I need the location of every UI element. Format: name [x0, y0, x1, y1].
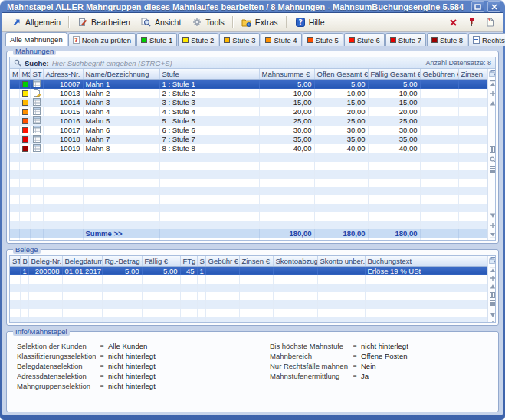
column-header[interactable]: Name/Bezeichnung	[83, 69, 159, 79]
bottom-icon[interactable]	[489, 231, 495, 239]
plus-icon[interactable]	[489, 90, 495, 97]
column-header[interactable]: Gebühren €	[420, 69, 458, 79]
info-right-column: Bis höchste Mahnstufe=nicht hinterlegtMa…	[270, 341, 408, 391]
column-header[interactable]: Zinsen	[458, 69, 487, 79]
tab-stufe-3[interactable]: Stufe 3	[219, 33, 260, 46]
info-row: Nur Rechtsfälle mahnen=Nein	[270, 361, 408, 371]
column-header[interactable]: Zinsen €	[239, 256, 273, 266]
maximize-button[interactable]	[471, 1, 484, 12]
name-cell: Mahn 6	[83, 126, 159, 135]
info-row: Klassifizierungsselektion=nicht hinterle…	[17, 351, 270, 361]
tab-stufe-7[interactable]: Stufe 7	[385, 33, 426, 46]
copy-icon[interactable]	[489, 257, 495, 264]
column-header[interactable]: Gebühr €	[205, 256, 239, 266]
column-header[interactable]: Rg.-Betrag €	[102, 256, 142, 266]
mahnung-row[interactable]: 10018Mahn 77 : Stufe 735,0035,0035,00	[10, 135, 487, 144]
column-header[interactable]: Offen Gesamt €	[314, 69, 368, 79]
menu-item-allgemein[interactable]: Allgemein	[7, 15, 65, 30]
menu-item-bearbeiten[interactable]: Bearbeiten	[73, 15, 135, 30]
empty-row	[10, 221, 487, 229]
tab-alle-mahnungen[interactable]: Alle Mahnungen	[5, 32, 67, 46]
mahnung-row[interactable]: 10015Mahn 44 : Stufe 420,0020,0020,00	[10, 107, 487, 116]
mahnung-row[interactable]: 10016Mahn 55 : Stufe 525,0025,0025,00	[10, 116, 487, 126]
info-label: Bis höchste Mahnstufe	[270, 341, 349, 351]
menu-item-extras[interactable]: Extras	[237, 15, 283, 30]
up-icon[interactable]	[489, 284, 495, 290]
menu-item-ansicht[interactable]: Ansicht	[136, 15, 185, 30]
tab-stufe-2[interactable]: Stufe 2	[178, 33, 218, 46]
app-window: Mahnstapel ALLER Mahngruppen dieses Mahn…	[0, 0, 505, 420]
beleg-s-cell: 1	[197, 266, 205, 275]
up-icon[interactable]	[489, 100, 495, 107]
cols-icon[interactable]	[489, 146, 495, 153]
mahnung-row[interactable]: 10017Mahn 66 : Stufe 630,0030,0030,00	[10, 126, 487, 135]
stufe-cell: 4 : Stufe 4	[159, 107, 259, 116]
rows-icon[interactable]	[489, 300, 495, 307]
column-header[interactable]: ST	[30, 69, 43, 79]
column-header[interactable]: Skonto unber. €	[317, 256, 365, 266]
column-header[interactable]: MS	[19, 69, 30, 79]
column-header[interactable]: M	[10, 69, 19, 79]
info-value: nicht hinterlegt	[108, 381, 156, 391]
down-icon[interactable]	[489, 312, 495, 318]
column-header[interactable]: S	[197, 256, 205, 266]
cols-icon[interactable]	[489, 292, 495, 298]
menu-item-tools[interactable]: Tools	[187, 15, 229, 30]
column-header[interactable]: Fällig Gesamt €	[368, 69, 420, 79]
column-header[interactable]: Buchungstext	[365, 256, 487, 266]
belege-side-toolbar	[487, 256, 496, 322]
mahnung-row[interactable]: 10013Mahn 22 : Stufe 210,0010,0010,00	[10, 89, 487, 98]
tab-stufe-6[interactable]: Stufe 6	[344, 33, 385, 46]
column-header[interactable]: Skontoabzug €	[273, 256, 317, 266]
column-header[interactable]: FTg	[180, 256, 197, 266]
rows-icon[interactable]	[489, 166, 495, 173]
note-button[interactable]	[484, 17, 495, 28]
beleg-gebuehr-cell	[205, 266, 239, 275]
column-header[interactable]: Mahnsumme €	[259, 69, 314, 79]
info-value: nicht hinterlegt	[108, 361, 156, 371]
mahnung-row[interactable]: 10007Mahn 11 : Stufe 15,005,005,00	[10, 79, 487, 89]
beleg-row[interactable]: 120000801.01.20175,005,00451Erlöse 19 % …	[10, 266, 487, 275]
empty-row	[10, 179, 487, 187]
tab-stufe-8[interactable]: Stufe 8	[427, 33, 467, 46]
column-header[interactable]: ST	[10, 256, 20, 266]
plus-icon[interactable]	[489, 275, 495, 281]
mahnung-row[interactable]: 10019Mahn 88 : Stufe 840,0040,0040,00	[10, 144, 487, 153]
equals-bullet: =	[349, 361, 361, 371]
down-icon[interactable]	[489, 212, 495, 219]
column-header[interactable]: Fällig €	[142, 256, 180, 266]
mahnsumme-cell: 5,00	[259, 79, 314, 89]
mahnsumme-cell: 15,00	[259, 98, 314, 107]
tab-stufe-1[interactable]: Stufe 1	[136, 33, 177, 46]
empty-row	[10, 309, 487, 317]
adress-nr-cell: 10013	[43, 89, 83, 98]
column-header[interactable]: Adress-Nr.	[43, 69, 83, 79]
menu-item-hilfe[interactable]: ?Hilfe	[290, 15, 330, 30]
close-button[interactable]	[487, 1, 500, 12]
tab-noch-zu-prüfen[interactable]: ?Noch zu prüfen	[68, 33, 136, 46]
top-icon[interactable]	[489, 80, 495, 87]
tab-stufe-5[interactable]: Stufe 5	[303, 33, 343, 46]
top-icon[interactable]	[489, 267, 495, 273]
maximize-icon	[474, 4, 481, 10]
equals-bullet: =	[349, 341, 361, 351]
find-icon[interactable]	[489, 156, 495, 163]
plus-icon[interactable]	[489, 320, 495, 322]
tab-rechtsfälle[interactable]: Rechtsfälle	[468, 33, 505, 46]
titlebar[interactable]: Mahnstapel ALLER Mahngruppen dieses Mahn…	[2, 0, 503, 13]
copy-icon[interactable]	[489, 70, 495, 77]
column-header[interactable]: Stufe	[159, 69, 259, 79]
pin-button[interactable]	[466, 17, 477, 28]
mahnungen-header-row: MMSSTAdress-Nr.Name/BezeichnungStufeMahn…	[10, 69, 487, 79]
column-header[interactable]: B	[20, 256, 28, 266]
search-input[interactable]	[52, 59, 423, 67]
delete-button[interactable]	[448, 17, 458, 28]
mahnung-row[interactable]: 10014Mahn 33 : Stufe 315,0015,0015,00	[10, 98, 487, 107]
tab-label: Stufe 2	[191, 36, 214, 44]
tab-stufe-4[interactable]: Stufe 4	[261, 33, 301, 46]
name-cell: Mahn 5	[83, 116, 159, 126]
column-header[interactable]: Beleg-Nr.	[28, 256, 62, 266]
mahnstufe-color-icon	[22, 90, 28, 97]
plus-icon[interactable]	[489, 221, 495, 229]
column-header[interactable]: Belegdatum	[62, 256, 102, 266]
